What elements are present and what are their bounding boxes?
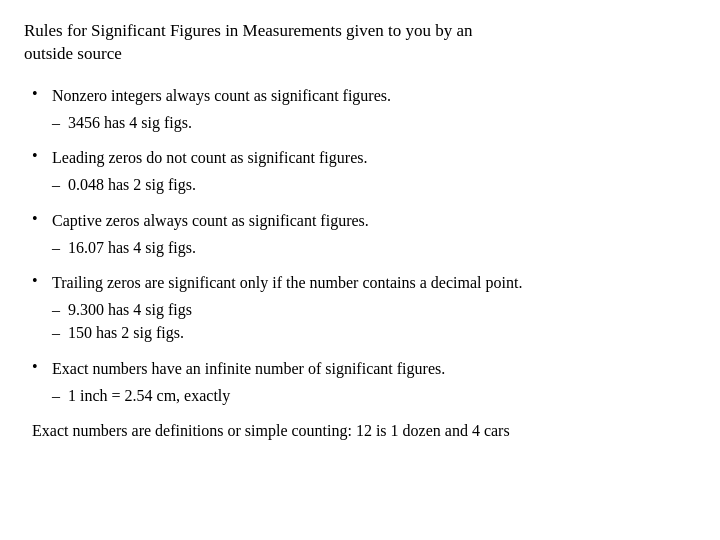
sub-item-0: – 1 inch = 2.54 cm, exactly	[52, 384, 696, 407]
exact-note: Exact numbers are definitions or simple …	[32, 419, 696, 442]
bullet-row: •Leading zeros do not count as significa…	[32, 146, 696, 169]
bullet-symbol: •	[32, 209, 52, 228]
rule-main-text: Exact numbers have an infinite number of…	[52, 357, 696, 380]
bullet-row: •Nonzero integers always count as signif…	[32, 84, 696, 107]
rule-item-3: •Trailing zeros are significant only if …	[32, 271, 696, 345]
rule-item-0: •Nonzero integers always count as signif…	[32, 84, 696, 134]
rules-list: •Nonzero integers always count as signif…	[24, 84, 696, 407]
rule-item-2: •Captive zeros always count as significa…	[32, 209, 696, 259]
sub-item-0: – 0.048 has 2 sig figs.	[52, 173, 696, 196]
bullet-symbol: •	[32, 84, 52, 103]
bullet-symbol: •	[32, 357, 52, 376]
bullet-row: •Captive zeros always count as significa…	[32, 209, 696, 232]
rule-item-1: •Leading zeros do not count as significa…	[32, 146, 696, 196]
rule-main-text: Nonzero integers always count as signifi…	[52, 84, 696, 107]
bullet-symbol: •	[32, 146, 52, 165]
rule-main-text: Trailing zeros are significant only if t…	[52, 271, 696, 294]
rule-main-text: Leading zeros do not count as significan…	[52, 146, 696, 169]
rule-item-4: •Exact numbers have an infinite number o…	[32, 357, 696, 407]
sub-item-0: – 3456 has 4 sig figs.	[52, 111, 696, 134]
title: Rules for Significant Figures in Measure…	[24, 20, 696, 66]
sub-item-0: – 9.300 has 4 sig figs	[52, 298, 696, 321]
bullet-row: •Trailing zeros are significant only if …	[32, 271, 696, 294]
bullet-symbol: •	[32, 271, 52, 290]
rule-main-text: Captive zeros always count as significan…	[52, 209, 696, 232]
sub-item-0: – 16.07 has 4 sig figs.	[52, 236, 696, 259]
sub-item-1: – 150 has 2 sig figs.	[52, 321, 696, 344]
bullet-row: •Exact numbers have an infinite number o…	[32, 357, 696, 380]
